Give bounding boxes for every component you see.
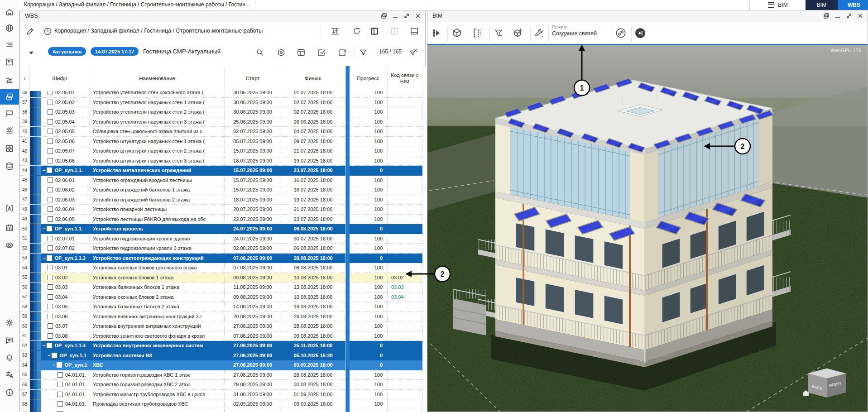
history-clock-icon[interactable] xyxy=(42,25,53,37)
split-vertical-icon-active[interactable] xyxy=(369,25,380,37)
filter-icon[interactable] xyxy=(493,27,504,39)
row-checkbox[interactable] xyxy=(48,294,53,300)
row-checkbox[interactable] xyxy=(48,323,53,329)
table-row[interactable]: 5803.05Установка балконных блоков 2 этаж… xyxy=(20,302,426,312)
hatch-icon[interactable] xyxy=(0,123,19,138)
row-checkbox[interactable] xyxy=(48,333,53,339)
table-row[interactable]: 5503.02Установка оконных блоков 1 этажа0… xyxy=(20,273,426,283)
collapse-minus-icon[interactable]: − xyxy=(43,168,45,173)
table-row[interactable]: 4302.05.08Устройство штукатурки наружных… xyxy=(20,156,426,166)
bim-3d-viewport[interactable]: BACK RIGHT WebGPU 176 xyxy=(427,45,868,412)
collapse-minus-icon[interactable]: − xyxy=(43,343,45,348)
columns-layout-icon[interactable] xyxy=(295,47,307,58)
database-icon[interactable] xyxy=(0,159,19,173)
row-checkbox[interactable] xyxy=(48,314,53,319)
row-checkbox[interactable] xyxy=(48,197,53,202)
table-row[interactable]: 4602.06.02Устройство ограждений балконов… xyxy=(20,185,426,195)
calendar-icon[interactable] xyxy=(0,220,19,235)
table-row[interactable]: 4002.05.05Облицовка стен цокольного этаж… xyxy=(20,127,426,137)
globe-icon[interactable] xyxy=(0,21,19,35)
table-row[interactable]: 44−OP_syn.1.1.Устройство металлических о… xyxy=(20,166,426,176)
board-icon[interactable] xyxy=(0,55,19,69)
row-checkbox[interactable] xyxy=(47,255,52,261)
table-row[interactable]: 5703.04Установка оконных блоков 2 этажа0… xyxy=(20,292,426,302)
split-horizontal-icon[interactable] xyxy=(408,25,420,37)
close-icon[interactable] xyxy=(414,12,422,19)
table-row[interactable]: 5102.07.01Устройство гидроизоляции кровл… xyxy=(20,234,426,244)
comment-icon[interactable] xyxy=(0,333,19,348)
select-all-check-icon[interactable] xyxy=(316,47,327,58)
deselect-all-x-icon[interactable] xyxy=(336,47,348,58)
clear-filter-icon[interactable] xyxy=(407,47,419,58)
table-row[interactable]: 6604.01.01.Устройство горизонт.разводки … xyxy=(20,380,426,390)
row-checkbox[interactable] xyxy=(48,187,53,192)
row-checkbox[interactable] xyxy=(48,119,53,125)
row-checkbox[interactable] xyxy=(48,158,53,163)
table-row[interactable]: 64−OP_syn.1ХВС27.08.2025 09:0003.09.2025… xyxy=(20,360,426,370)
table-row[interactable]: 6003.07Установка внутренних витражных ко… xyxy=(20,321,426,331)
table-row[interactable]: 3902.05.04Устройство утеплителя наружных… xyxy=(20,117,426,127)
table-row[interactable]: 50−OP_syn.1.1.Устройство кровель24.07.20… xyxy=(20,224,426,234)
add-model-cube-icon[interactable] xyxy=(512,27,524,39)
collapse-minus-icon[interactable]: − xyxy=(43,226,45,231)
play-pause-icon[interactable] xyxy=(634,27,646,39)
row-checkbox[interactable] xyxy=(57,362,62,368)
close-icon[interactable] xyxy=(857,12,864,19)
table-row[interactable]: 4202.05.07Устройство штукатурки наружных… xyxy=(20,146,426,156)
table-row[interactable]: 62−OP_syn.1.1.4Устройство внутренних инж… xyxy=(20,341,426,351)
chart-icon[interactable] xyxy=(0,73,19,87)
table-row[interactable]: 4802.06.04Устройство пожарной лестницы20… xyxy=(20,205,426,215)
table-row[interactable]: 63−OP_syn.1.1Устройство системы ВК27.08.… xyxy=(20,351,426,361)
restore-icon[interactable] xyxy=(380,12,388,19)
maximize-icon[interactable] xyxy=(845,12,853,19)
table-row[interactable]: 4502.06.01Устройство ограждений входной … xyxy=(20,176,426,186)
model-cube-icon[interactable] xyxy=(451,27,463,39)
table-vertical-scrollbar[interactable] xyxy=(345,66,350,412)
row-checkbox[interactable] xyxy=(48,139,53,144)
table-row[interactable]: 6704.01.01.Устройство магистр.трубопрово… xyxy=(20,390,426,400)
search-icon[interactable] xyxy=(254,47,266,58)
row-checkbox[interactable] xyxy=(48,109,53,115)
row-checkbox[interactable] xyxy=(48,236,53,241)
grid-icon[interactable] xyxy=(0,141,19,156)
row-checkbox[interactable] xyxy=(48,284,53,290)
row-checkbox[interactable] xyxy=(58,392,63,397)
bell-icon[interactable] xyxy=(0,350,19,365)
column-header-code[interactable]: Шифр xyxy=(30,66,90,91)
collapse-minus-icon[interactable]: − xyxy=(43,255,45,261)
row-checkbox[interactable] xyxy=(58,382,63,387)
row-checkbox[interactable] xyxy=(48,129,53,134)
table-row[interactable]: 3602.05.01Устройство утеплителя стен цок… xyxy=(20,91,426,98)
visibility-icon[interactable] xyxy=(275,47,287,58)
table-row[interactable]: 4102.05.06Устройство штукатурки наружных… xyxy=(20,137,426,147)
breadcrumb[interactable]: Корпорация / Западный филиал / Гостиница… xyxy=(24,1,250,8)
column-header-bimcode[interactable]: Код связи с BIM xyxy=(388,66,422,91)
edit-icon[interactable] xyxy=(24,25,36,37)
minimize-icon[interactable] xyxy=(392,12,399,19)
mode-selector[interactable]: Режим Создание связей xyxy=(552,24,609,42)
tab-wbs[interactable]: WBS xyxy=(838,0,868,10)
row-checkbox[interactable] xyxy=(48,148,53,153)
info-icon[interactable] xyxy=(0,385,19,400)
column-header-start[interactable]: Старт xyxy=(225,66,281,91)
table-row[interactable]: 6103.08Устройство зенитного светового фо… xyxy=(20,331,426,341)
column-header-finish[interactable]: Финиш xyxy=(281,66,345,91)
sort-icon[interactable] xyxy=(329,25,341,37)
row-checkbox[interactable] xyxy=(58,372,63,378)
table-row[interactable]: 6904.01.01. xyxy=(20,409,426,412)
minimize-icon[interactable] xyxy=(834,12,841,19)
column-header-progress[interactable]: Прогресс xyxy=(349,66,388,91)
list-icon[interactable] xyxy=(0,38,19,52)
table-row[interactable]: 5202.07.02Устройство гидроизоляции кровл… xyxy=(20,244,426,254)
filter-icon[interactable] xyxy=(357,47,369,58)
window-menu-button[interactable]: BIM xyxy=(749,0,806,10)
table-row[interactable]: 5403.01Установка оконных блоков цокольно… xyxy=(20,263,426,273)
tools-wrench-icon[interactable] xyxy=(533,27,545,39)
row-checkbox[interactable] xyxy=(47,343,52,348)
collapse-minus-icon[interactable]: − xyxy=(53,362,55,368)
wbs-breadcrumb[interactable]: Корпорация / Западный филиал / Гостиница… xyxy=(54,28,263,34)
panel-expand-icon[interactable] xyxy=(431,27,443,39)
table-row[interactable]: 3802.05.03Устройство утеплителя наружных… xyxy=(20,107,426,117)
table-row[interactable]: 53−OP_syn.1.1.3Устройство светоограждающ… xyxy=(20,254,426,263)
maximize-icon[interactable] xyxy=(403,12,410,19)
